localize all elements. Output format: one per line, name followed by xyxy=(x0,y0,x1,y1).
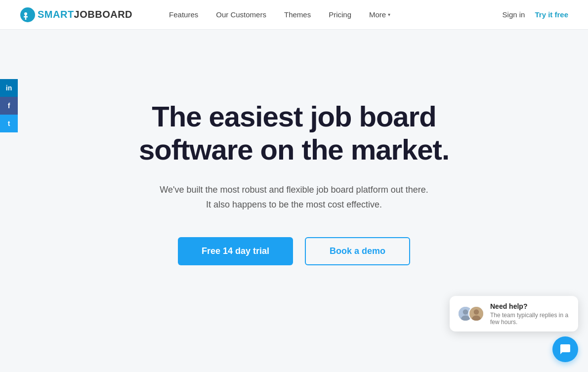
nav-themes[interactable]: Themes xyxy=(277,6,318,23)
chat-widget: Need help? The team typically replies in… xyxy=(450,296,578,362)
header-actions: Sign in Try it free xyxy=(503,10,568,19)
facebook-button[interactable]: f xyxy=(0,97,18,115)
hero-subtitle-line2: It also happens to be the most cost effe… xyxy=(206,200,382,209)
logo-jobboard: JOBBOARD xyxy=(74,9,132,20)
chat-icon xyxy=(559,343,571,355)
nav-pricing[interactable]: Pricing xyxy=(322,6,358,23)
nav-more[interactable]: More ▾ xyxy=(362,6,397,23)
linkedin-button[interactable]: in xyxy=(0,79,18,97)
linkedin-icon: in xyxy=(6,84,12,92)
twitter-icon: t xyxy=(8,120,10,127)
svg-point-0 xyxy=(20,7,35,22)
logo-smart: SMART xyxy=(38,9,74,20)
svg-point-5 xyxy=(463,309,468,315)
chat-text: Need help? The team typically replies in… xyxy=(490,302,570,326)
avatar-face-2 xyxy=(469,307,483,321)
nav-our-customers[interactable]: Our Customers xyxy=(209,6,273,23)
social-sidebar: in f t xyxy=(0,79,18,132)
hero-title: The easiest job board software on the ma… xyxy=(91,100,497,166)
hero-buttons: Free 14 day trial Book a demo xyxy=(178,237,410,265)
chat-avatars xyxy=(458,306,484,322)
svg-point-1 xyxy=(24,12,27,15)
avatar-2 xyxy=(468,306,484,322)
facebook-icon: f xyxy=(8,102,10,110)
chat-need-help: Need help? xyxy=(490,302,570,311)
logo[interactable]: SMARTJOBBOARD xyxy=(20,7,132,23)
chat-open-button[interactable] xyxy=(552,336,578,362)
hero-subtitle: We've built the most robust and flexible… xyxy=(160,182,428,212)
hero-section: The easiest job board software on the ma… xyxy=(0,30,588,326)
chat-bubble: Need help? The team typically replies in… xyxy=(450,296,578,331)
header: SMARTJOBBOARD Features Our Customers The… xyxy=(0,0,588,30)
chat-reply-text: The team typically replies in a few hour… xyxy=(490,312,570,326)
hero-subtitle-line1: We've built the most robust and flexible… xyxy=(160,185,428,195)
twitter-button[interactable]: t xyxy=(0,115,18,132)
free-trial-button[interactable]: Free 14 day trial xyxy=(178,237,293,265)
chevron-down-icon: ▾ xyxy=(388,12,390,17)
sign-in-link[interactable]: Sign in xyxy=(503,10,525,19)
book-demo-button[interactable]: Book a demo xyxy=(305,237,410,265)
try-it-free-link[interactable]: Try it free xyxy=(535,10,568,19)
logo-icon xyxy=(20,7,36,23)
nav-features[interactable]: Features xyxy=(162,6,205,23)
main-nav: Features Our Customers Themes Pricing Mo… xyxy=(162,6,503,23)
svg-point-8 xyxy=(474,309,479,315)
